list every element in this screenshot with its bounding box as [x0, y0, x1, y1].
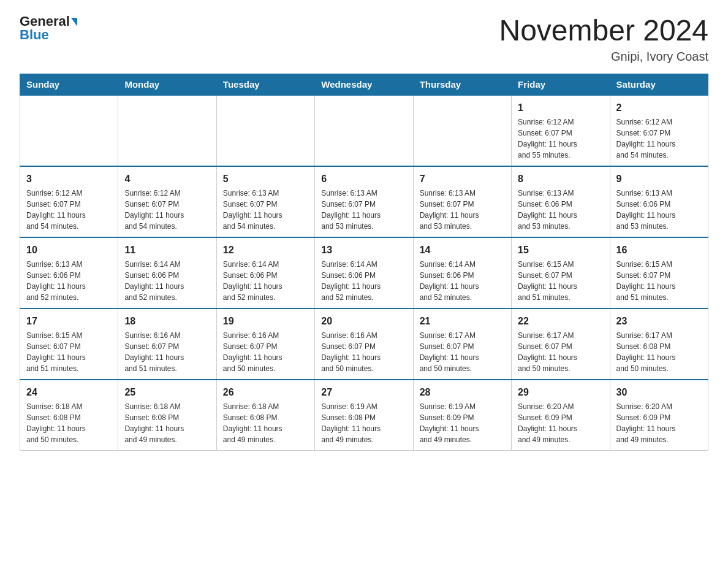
day-number: 12 — [223, 243, 308, 258]
day-info: Sunrise: 6:13 AM Sunset: 6:06 PM Dayligh… — [518, 188, 603, 232]
day-info: Sunrise: 6:12 AM Sunset: 6:07 PM Dayligh… — [518, 117, 603, 161]
day-number: 9 — [616, 172, 702, 186]
calendar-cell: 26Sunrise: 6:18 AM Sunset: 6:08 PM Dayli… — [216, 380, 314, 451]
month-title: November 2024 — [499, 15, 708, 47]
day-info: Sunrise: 6:14 AM Sunset: 6:06 PM Dayligh… — [124, 259, 210, 303]
day-number: 5 — [223, 172, 308, 186]
day-number: 22 — [518, 314, 603, 329]
calendar-cell: 4Sunrise: 6:12 AM Sunset: 6:07 PM Daylig… — [118, 166, 216, 237]
day-info: Sunrise: 6:14 AM Sunset: 6:06 PM Dayligh… — [321, 259, 406, 303]
day-info: Sunrise: 6:20 AM Sunset: 6:09 PM Dayligh… — [518, 401, 603, 445]
day-number: 7 — [420, 172, 505, 186]
calendar-cell: 29Sunrise: 6:20 AM Sunset: 6:09 PM Dayli… — [512, 380, 610, 451]
calendar-cell: 14Sunrise: 6:14 AM Sunset: 6:06 PM Dayli… — [413, 237, 511, 308]
day-number: 30 — [616, 385, 702, 400]
weekday-header-friday: Friday — [512, 74, 610, 95]
day-info: Sunrise: 6:13 AM Sunset: 6:06 PM Dayligh… — [616, 188, 702, 232]
weekday-header-row: SundayMondayTuesdayWednesdayThursdayFrid… — [20, 74, 708, 95]
calendar-cell: 18Sunrise: 6:16 AM Sunset: 6:07 PM Dayli… — [118, 308, 216, 380]
day-info: Sunrise: 6:15 AM Sunset: 6:07 PM Dayligh… — [26, 330, 112, 374]
logo-arrow-icon — [71, 18, 77, 26]
calendar-cell — [216, 95, 314, 166]
day-number: 4 — [124, 172, 210, 186]
calendar-cell: 22Sunrise: 6:17 AM Sunset: 6:07 PM Dayli… — [512, 308, 610, 380]
week-row-1: 1Sunrise: 6:12 AM Sunset: 6:07 PM Daylig… — [20, 95, 708, 166]
calendar-cell: 11Sunrise: 6:14 AM Sunset: 6:06 PM Dayli… — [118, 237, 216, 308]
day-number: 3 — [26, 172, 112, 186]
day-number: 26 — [223, 385, 308, 400]
day-number: 2 — [616, 101, 702, 115]
calendar-cell: 3Sunrise: 6:12 AM Sunset: 6:07 PM Daylig… — [20, 166, 118, 237]
day-number: 6 — [321, 172, 406, 186]
day-number: 20 — [321, 314, 406, 329]
day-info: Sunrise: 6:12 AM Sunset: 6:07 PM Dayligh… — [124, 188, 210, 232]
weekday-header-thursday: Thursday — [413, 74, 511, 95]
weekday-header-sunday: Sunday — [20, 74, 118, 95]
day-number: 21 — [420, 314, 505, 329]
calendar-cell: 7Sunrise: 6:13 AM Sunset: 6:07 PM Daylig… — [413, 166, 511, 237]
day-number: 16 — [616, 243, 702, 258]
calendar-cell: 27Sunrise: 6:19 AM Sunset: 6:08 PM Dayli… — [315, 380, 413, 451]
calendar-cell: 9Sunrise: 6:13 AM Sunset: 6:06 PM Daylig… — [610, 166, 708, 237]
calendar-cell: 13Sunrise: 6:14 AM Sunset: 6:06 PM Dayli… — [315, 237, 413, 308]
day-number: 25 — [124, 385, 210, 400]
day-info: Sunrise: 6:17 AM Sunset: 6:08 PM Dayligh… — [616, 330, 702, 374]
day-number: 11 — [124, 243, 210, 258]
calendar-cell: 30Sunrise: 6:20 AM Sunset: 6:09 PM Dayli… — [610, 380, 708, 451]
day-number: 13 — [321, 243, 406, 258]
day-number: 29 — [518, 385, 603, 400]
week-row-3: 10Sunrise: 6:13 AM Sunset: 6:06 PM Dayli… — [20, 237, 708, 308]
calendar-cell: 19Sunrise: 6:16 AM Sunset: 6:07 PM Dayli… — [216, 308, 314, 380]
calendar-cell — [315, 95, 413, 166]
calendar-cell: 28Sunrise: 6:19 AM Sunset: 6:09 PM Dayli… — [413, 380, 511, 451]
logo: General Blue — [20, 15, 77, 42]
title-block: November 2024 Gnipi, Ivory Coast — [499, 15, 708, 64]
day-info: Sunrise: 6:13 AM Sunset: 6:07 PM Dayligh… — [321, 188, 406, 232]
page-header: General Blue November 2024 Gnipi, Ivory … — [20, 15, 708, 64]
day-info: Sunrise: 6:18 AM Sunset: 6:08 PM Dayligh… — [223, 401, 308, 445]
calendar-cell: 20Sunrise: 6:16 AM Sunset: 6:07 PM Dayli… — [315, 308, 413, 380]
location-subtitle: Gnipi, Ivory Coast — [499, 50, 708, 64]
logo-blue: Blue — [20, 28, 49, 42]
day-info: Sunrise: 6:12 AM Sunset: 6:07 PM Dayligh… — [616, 117, 702, 161]
calendar-cell: 23Sunrise: 6:17 AM Sunset: 6:08 PM Dayli… — [610, 308, 708, 380]
calendar-cell: 1Sunrise: 6:12 AM Sunset: 6:07 PM Daylig… — [512, 95, 610, 166]
day-number: 10 — [26, 243, 112, 258]
calendar-cell: 12Sunrise: 6:14 AM Sunset: 6:06 PM Dayli… — [216, 237, 314, 308]
calendar-cell: 5Sunrise: 6:13 AM Sunset: 6:07 PM Daylig… — [216, 166, 314, 237]
day-info: Sunrise: 6:19 AM Sunset: 6:09 PM Dayligh… — [420, 401, 505, 445]
day-number: 14 — [420, 243, 505, 258]
calendar-cell: 24Sunrise: 6:18 AM Sunset: 6:08 PM Dayli… — [20, 380, 118, 451]
day-number: 18 — [124, 314, 210, 329]
week-row-5: 24Sunrise: 6:18 AM Sunset: 6:08 PM Dayli… — [20, 380, 708, 451]
calendar-cell: 2Sunrise: 6:12 AM Sunset: 6:07 PM Daylig… — [610, 95, 708, 166]
day-info: Sunrise: 6:13 AM Sunset: 6:07 PM Dayligh… — [420, 188, 505, 232]
calendar-cell: 25Sunrise: 6:18 AM Sunset: 6:08 PM Dayli… — [118, 380, 216, 451]
day-number: 28 — [420, 385, 505, 400]
day-info: Sunrise: 6:13 AM Sunset: 6:07 PM Dayligh… — [223, 188, 308, 232]
day-info: Sunrise: 6:13 AM Sunset: 6:06 PM Dayligh… — [26, 259, 112, 303]
calendar-table: SundayMondayTuesdayWednesdayThursdayFrid… — [20, 74, 708, 451]
calendar-cell — [413, 95, 511, 166]
weekday-header-wednesday: Wednesday — [315, 74, 413, 95]
weekday-header-saturday: Saturday — [610, 74, 708, 95]
day-info: Sunrise: 6:17 AM Sunset: 6:07 PM Dayligh… — [420, 330, 505, 374]
week-row-4: 17Sunrise: 6:15 AM Sunset: 6:07 PM Dayli… — [20, 308, 708, 380]
calendar-cell — [20, 95, 118, 166]
day-info: Sunrise: 6:18 AM Sunset: 6:08 PM Dayligh… — [124, 401, 210, 445]
day-info: Sunrise: 6:19 AM Sunset: 6:08 PM Dayligh… — [321, 401, 406, 445]
calendar-cell: 17Sunrise: 6:15 AM Sunset: 6:07 PM Dayli… — [20, 308, 118, 380]
day-number: 27 — [321, 385, 406, 400]
day-number: 8 — [518, 172, 603, 186]
calendar-cell: 16Sunrise: 6:15 AM Sunset: 6:07 PM Dayli… — [610, 237, 708, 308]
day-info: Sunrise: 6:14 AM Sunset: 6:06 PM Dayligh… — [223, 259, 308, 303]
day-number: 24 — [26, 385, 112, 400]
day-number: 15 — [518, 243, 603, 258]
day-info: Sunrise: 6:16 AM Sunset: 6:07 PM Dayligh… — [223, 330, 308, 374]
calendar-cell: 6Sunrise: 6:13 AM Sunset: 6:07 PM Daylig… — [315, 166, 413, 237]
day-info: Sunrise: 6:18 AM Sunset: 6:08 PM Dayligh… — [26, 401, 112, 445]
day-number: 23 — [616, 314, 702, 329]
day-info: Sunrise: 6:12 AM Sunset: 6:07 PM Dayligh… — [26, 188, 112, 232]
calendar-cell — [118, 95, 216, 166]
day-info: Sunrise: 6:14 AM Sunset: 6:06 PM Dayligh… — [420, 259, 505, 303]
